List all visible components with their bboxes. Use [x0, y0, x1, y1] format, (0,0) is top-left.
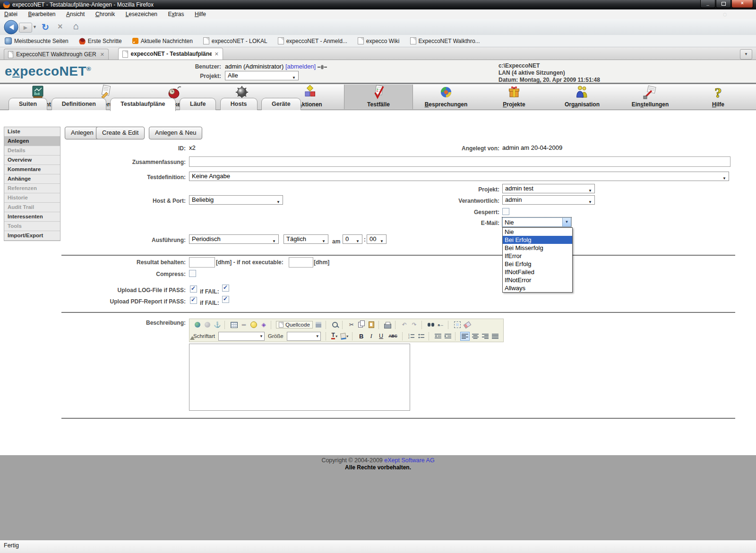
- sidebar-item[interactable]: Anlegen: [4, 137, 60, 146]
- reload-button[interactable]: ↻: [42, 22, 49, 33]
- stop-button[interactable]: ×: [58, 22, 63, 32]
- nav-organisation[interactable]: Organisation: [548, 85, 616, 109]
- module-tab[interactable]: Testablaufpläne: [110, 98, 175, 111]
- email-combobox[interactable]: Nie ▼: [502, 217, 571, 227]
- italic-icon[interactable]: I: [367, 332, 376, 340]
- bookmark-item[interactable]: Meistbesuchte Seiten: [5, 37, 69, 44]
- bookmark-item[interactable]: expeccoNET - Anmeld...: [278, 37, 347, 44]
- redo-icon[interactable]: ↷: [410, 321, 419, 329]
- email-option[interactable]: Allways: [503, 284, 572, 292]
- close-button[interactable]: ×: [731, 0, 753, 8]
- summary-input[interactable]: [189, 156, 730, 167]
- copy-icon[interactable]: [357, 321, 366, 329]
- cut-icon[interactable]: ✂: [347, 321, 356, 329]
- browser-tab-active[interactable]: expeccoNET - Testablaufpläne-A... ✕: [118, 48, 223, 60]
- bookmark-item[interactable]: Aktuelle Nachrichten: [132, 38, 193, 44]
- find-icon[interactable]: [427, 321, 435, 329]
- sidebar-item[interactable]: Audit Trail: [4, 203, 60, 212]
- bookmark-item[interactable]: ExpeccoNET Walkthro...: [410, 37, 480, 44]
- description-editor-area[interactable]: [189, 344, 410, 411]
- table-icon[interactable]: [230, 321, 238, 329]
- email-option[interactable]: IfNotError: [503, 276, 572, 284]
- not-executable-input[interactable]: [289, 257, 313, 268]
- keep-result-input[interactable]: [189, 257, 215, 268]
- sidebar-item[interactable]: Anhänge: [4, 174, 60, 184]
- sidebar-item[interactable]: Tools: [4, 222, 60, 231]
- menu-item[interactable]: Ansicht: [62, 9, 89, 19]
- sidebar-item[interactable]: Kommentare: [4, 165, 60, 174]
- bookmark-item[interactable]: Erste Schritte: [79, 38, 122, 44]
- sidebar-item[interactable]: Referenzen: [4, 184, 60, 193]
- outdent-icon[interactable]: [434, 332, 442, 340]
- email-option[interactable]: Bei Erfolg: [503, 236, 572, 244]
- nav-projekte[interactable]: Projekte: [480, 85, 548, 109]
- save-icon[interactable]: [314, 321, 323, 329]
- create-edit-button[interactable]: Create & Edit: [96, 127, 145, 139]
- responsible-select[interactable]: admin▼: [502, 195, 595, 205]
- project-select[interactable]: admin test▼: [502, 184, 595, 193]
- underline-icon[interactable]: U: [377, 332, 386, 340]
- create-button[interactable]: Anlegen: [65, 127, 100, 139]
- size-combo[interactable]: ▼: [287, 332, 321, 341]
- browser-tab[interactable]: ExpeccoNET Walkthrough GER - Ex... ✕: [4, 49, 109, 60]
- bg-color-icon[interactable]: ▼: [341, 332, 349, 340]
- module-tab[interactable]: Definitionen: [52, 98, 106, 110]
- minimize-button[interactable]: _: [700, 0, 715, 8]
- module-tab[interactable]: Geräte: [261, 98, 301, 110]
- back-history-dropdown-icon[interactable]: ▼: [33, 25, 37, 29]
- remove-format-icon[interactable]: [463, 321, 472, 329]
- log-fail-checkbox[interactable]: [222, 285, 229, 292]
- align-left-icon[interactable]: [460, 332, 470, 341]
- print-icon[interactable]: [384, 321, 392, 329]
- text-color-icon[interactable]: T▼: [331, 332, 339, 340]
- sidebar-item[interactable]: Liste: [4, 127, 60, 137]
- toolbar-collapse-icon[interactable]: [190, 336, 195, 340]
- ordered-list-icon[interactable]: 12: [407, 332, 416, 340]
- tab-close-icon[interactable]: ✕: [215, 51, 219, 57]
- menu-item[interactable]: Datei: [0, 9, 22, 19]
- bold-icon[interactable]: B: [357, 332, 366, 340]
- email-option[interactable]: IfError: [503, 252, 572, 260]
- home-button[interactable]: ⌂: [73, 21, 79, 32]
- email-option[interactable]: Bei Erfolg: [503, 260, 572, 268]
- special-char-icon[interactable]: ◈: [259, 321, 268, 329]
- sidebar-item[interactable]: Import/Export: [4, 231, 60, 241]
- execution-frequency-select[interactable]: Täglich▼: [284, 234, 328, 244]
- locked-checkbox[interactable]: [502, 208, 509, 215]
- replace-icon[interactable]: a↔: [437, 321, 445, 329]
- bookmark-item[interactable]: expeccoNET - LOKAL: [203, 37, 267, 44]
- bookmark-item[interactable]: expecco Wiki: [358, 37, 400, 44]
- project-global-select[interactable]: Alle▼: [225, 71, 299, 80]
- sidebar-item[interactable]: Interessenten: [4, 212, 60, 222]
- smiley-icon[interactable]: [249, 321, 258, 329]
- module-tab[interactable]: Hosts: [220, 98, 258, 110]
- email-option[interactable]: Nie: [503, 228, 572, 236]
- email-option[interactable]: IfNotFailed: [503, 268, 572, 276]
- font-combo[interactable]: ▼: [218, 332, 265, 341]
- horizontal-rule-icon[interactable]: ═: [240, 321, 248, 329]
- paste-icon[interactable]: [367, 321, 376, 329]
- email-option[interactable]: Bei Misserfolg: [503, 244, 572, 252]
- execution-mode-select[interactable]: Periodisch▼: [189, 234, 279, 244]
- testdefinition-select[interactable]: Keine Angabe▼: [189, 172, 729, 181]
- unordered-list-icon[interactable]: [417, 332, 426, 340]
- anchor-icon[interactable]: ⚓: [213, 321, 222, 329]
- tab-close-icon[interactable]: ✕: [100, 52, 104, 58]
- forward-button[interactable]: ▶: [19, 23, 32, 33]
- execution-minute-select[interactable]: 00▼: [367, 234, 387, 244]
- unlink-icon[interactable]: [203, 321, 212, 329]
- host-port-select[interactable]: Beliebig▼: [189, 195, 283, 205]
- menu-item[interactable]: Lesezeichen: [121, 9, 162, 19]
- link-icon[interactable]: [193, 321, 202, 329]
- nav-einstellungen[interactable]: Einstellungen: [616, 85, 684, 109]
- sidebar-item[interactable]: Historie: [4, 193, 60, 203]
- indent-icon[interactable]: [444, 332, 452, 340]
- module-tab[interactable]: Läufe: [180, 98, 216, 110]
- pdf-fail-checkbox[interactable]: [222, 296, 229, 303]
- menu-item[interactable]: Hilfe: [190, 9, 210, 19]
- align-right-icon[interactable]: [481, 332, 490, 340]
- log-pass-checkbox[interactable]: [190, 285, 197, 293]
- select-all-icon[interactable]: [453, 321, 462, 329]
- menu-item[interactable]: Extras: [164, 9, 189, 19]
- nav-testfaelle[interactable]: Testfälle: [344, 85, 413, 109]
